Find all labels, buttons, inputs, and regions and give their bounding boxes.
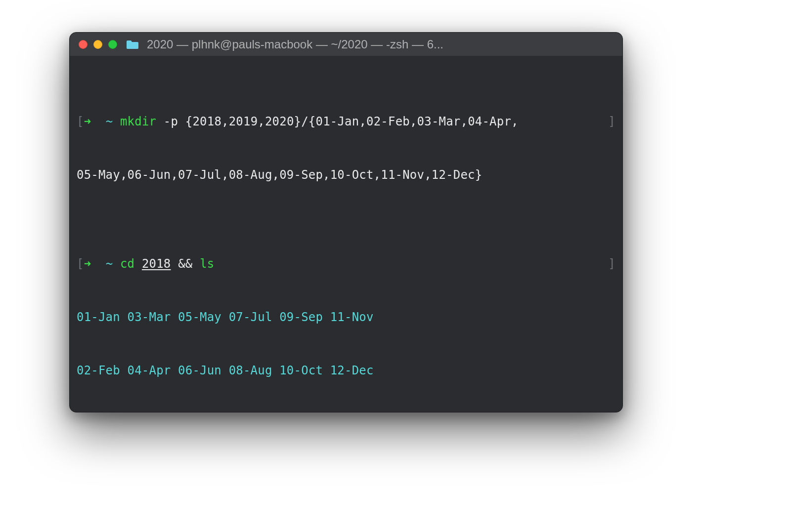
terminal-body[interactable]: [➜ ~ mkdir -p {2018,2019,2020}/{01-Jan,0… (70, 56, 622, 412)
command-line-2: [➜ ~ cd 2018 && ls ] (77, 255, 615, 273)
terminal-window[interactable]: 2020 — plhnk@pauls-macbook — ~/2020 — -z… (69, 32, 623, 412)
minimize-icon[interactable] (93, 40, 102, 49)
ls-output-row: 02-Feb 04-Apr 06-Jun 08-Aug 10-Oct 12-De… (77, 362, 615, 379)
ls-output-row: 01-Jan 03-Mar 05-May 07-Jul 09-Sep 11-No… (77, 308, 615, 326)
titlebar[interactable]: 2020 — plhnk@pauls-macbook — ~/2020 — -z… (70, 33, 622, 56)
folder-icon (126, 40, 139, 49)
command-line-1: [➜ ~ mkdir -p {2018,2019,2020}/{01-Jan,0… (77, 113, 615, 130)
traffic-lights (79, 40, 117, 49)
command-line-1-wrap: 05-May,06-Jun,07-Jul,08-Aug,09-Sep,10-Oc… (77, 166, 615, 184)
close-icon[interactable] (79, 40, 88, 49)
maximize-icon[interactable] (108, 40, 117, 49)
window-title: 2020 — plhnk@pauls-macbook — ~/2020 — -z… (147, 38, 614, 51)
